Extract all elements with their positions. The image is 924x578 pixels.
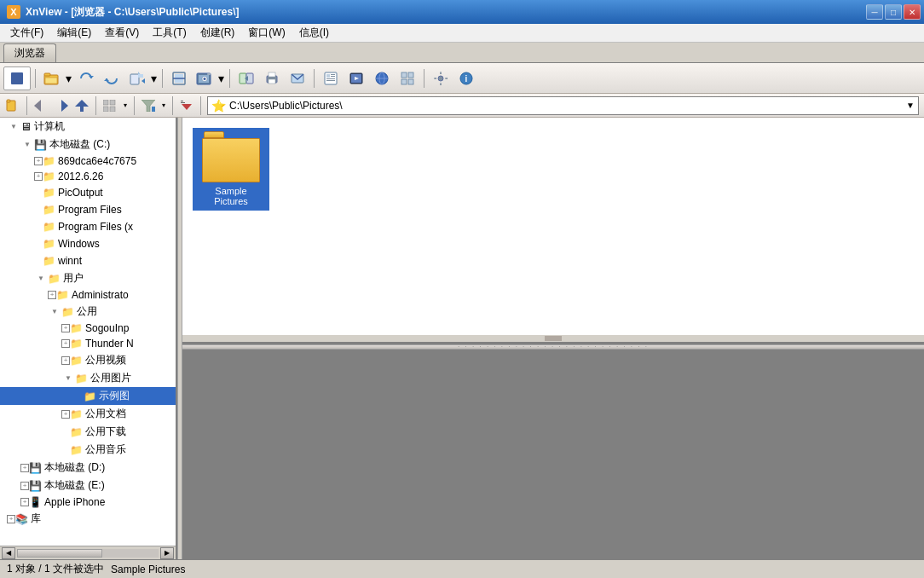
tree-item-pubpics[interactable]: ▼ 📁 公用图片 [0,369,176,387]
sort-button[interactable] [177,96,196,115]
menu-info[interactable]: 信息(I) [292,24,336,42]
expander-computer[interactable]: ▼ [7,120,20,134]
separator-2 [162,69,163,88]
refresh-button[interactable] [74,66,98,90]
expander-public[interactable]: ▼ [48,305,61,319]
folder-icon-pf: 📁 [43,204,55,216]
open-button[interactable] [40,66,64,90]
contact-button[interactable] [319,66,343,90]
tree-item-drive-e[interactable]: + 💾 本地磁盘 (E:) [0,477,176,494]
capture-dropdown[interactable]: ▾ [217,66,225,90]
tree-item-library[interactable]: + 📚 库 [0,510,176,528]
tree-item-sogou[interactable]: + 📁 SogouInp [0,321,176,336]
tree-item-admin[interactable]: + 📁 Administrato [0,287,176,303]
nav-back-button[interactable] [32,96,50,115]
export-button[interactable] [125,66,149,90]
browser-hscroll[interactable] [182,335,924,342]
file-item-sample-pictures[interactable]: Sample Pictures [193,128,269,211]
svg-rect-56 [103,107,108,112]
hscroll-thumb[interactable] [17,549,102,558]
back-button[interactable] [5,66,29,90]
tree-item-pubvideo[interactable]: + 📁 公用视频 [0,351,176,369]
tree-item-pf[interactable]: 📁 Program Files [0,201,176,218]
sidebar-hscroll[interactable]: ◀ ▶ [0,546,176,559]
open-dropdown[interactable]: ▾ [64,66,72,90]
svg-marker-60 [182,104,192,110]
menu-create[interactable]: 创建(R) [193,24,242,42]
filter-dropdown[interactable]: ▾ [159,96,168,115]
tree-item-pubmusic[interactable]: 📁 公用音乐 [0,441,176,459]
tree-item-869[interactable]: + 📁 869dca6e4c7675 [0,153,176,169]
view-grid-dropdown[interactable]: ▾ [121,96,130,115]
convert-button[interactable] [234,66,258,90]
hscroll-track [17,549,159,558]
tree-item-public[interactable]: ▼ 📁 公用 [0,303,176,321]
tree-item-winnt[interactable]: 📁 winnt [0,252,176,269]
nav-sep-2 [95,96,96,115]
expander-2012[interactable]: + [34,172,43,181]
expander-pubpics[interactable]: ▼ [61,372,75,385]
tree-item-computer[interactable]: ▼ 🖥 计算机 [0,118,176,136]
nav-toolbar: ▾ ▾ ⭐ C:\Users\Public\Pictures\ ▼ [0,94,924,118]
email-button[interactable] [286,66,309,90]
slideshow-button[interactable] [344,66,368,90]
address-path[interactable]: C:\Users\Public\Pictures\ [229,100,903,112]
scan-button[interactable] [167,66,191,90]
tree-item-pfx[interactable]: 📁 Program Files (x [0,218,176,235]
expander-admin[interactable]: + [48,291,56,299]
tree-item-samples[interactable]: 📁 示例图 [0,387,176,405]
app-icon: X [7,5,20,19]
menu-window[interactable]: 窗口(W) [241,24,292,42]
refresh2-button[interactable] [100,66,124,90]
expander-869[interactable]: + [34,157,43,165]
address-dropdown-arrow[interactable]: ▼ [903,101,918,110]
expander-iphone[interactable]: + [20,498,29,506]
svg-marker-59 [152,107,155,112]
print-button[interactable] [260,66,284,90]
tree-item-drive-c[interactable]: ▼ 💾 本地磁盘 (C:) [0,136,176,153]
expander-pubdocs[interactable]: + [61,410,70,419]
nav-forward-button[interactable] [52,96,71,115]
close-button[interactable]: ✕ [904,4,921,20]
expander-users[interactable]: ▼ [34,272,48,286]
settings-button[interactable] [429,66,453,90]
tree-item-win[interactable]: 📁 Windows [0,235,176,252]
minimize-button[interactable]: ─ [866,4,883,20]
folder-icon-2012: 📁 [43,171,55,182]
menu-tools[interactable]: 工具(T) [146,24,193,42]
tree-item-users[interactable]: ▼ 📁 用户 [0,269,176,287]
expander-library[interactable]: + [7,515,15,523]
tree-item-thunder[interactable]: + 📁 Thunder N [0,336,176,351]
nav-up-button[interactable] [72,96,91,115]
tree-item-pubdown[interactable]: 📁 公用下载 [0,423,176,441]
svg-point-41 [438,76,443,81]
capture-button[interactable] [193,66,217,90]
menu-edit[interactable]: 编辑(E) [50,24,98,42]
tree-item-drive-d[interactable]: + 💾 本地磁盘 (D:) [0,459,176,477]
menu-file[interactable]: 文件(F) [3,24,50,42]
svg-point-16 [204,78,206,80]
thumb-button[interactable] [396,66,419,90]
expander-pubvideo[interactable]: + [61,356,70,365]
expander-sogou[interactable]: + [61,324,70,332]
view-filter-button[interactable] [139,96,158,115]
tree-item-pubdocs[interactable]: + 📁 公用文档 [0,405,176,423]
expander-drive-d[interactable]: + [20,464,29,472]
expander-drive-e[interactable]: + [20,482,29,490]
favorites-button[interactable] [3,96,22,115]
expander-drive-c[interactable]: ▼ [20,138,34,152]
svg-rect-61 [181,101,183,101]
tree-item-2012[interactable]: + 📁 2012.6.26 [0,169,176,184]
expander-thunder[interactable]: + [61,339,70,348]
maximize-button[interactable]: □ [885,4,902,20]
export-dropdown[interactable]: ▾ [149,66,158,90]
about-button[interactable]: i [454,66,478,90]
hscroll-right[interactable]: ▶ [160,547,174,559]
web-button[interactable] [370,66,394,90]
view-grid-button[interactable] [101,96,119,115]
hscroll-left[interactable]: ◀ [2,547,15,559]
tree-item-iphone[interactable]: + 📱 Apple iPhone [0,494,176,510]
tree-item-picout[interactable]: 📁 PicOutput [0,184,176,201]
menu-view[interactable]: 查看(V) [98,24,146,42]
tab-browser[interactable]: 浏览器 [3,43,56,62]
